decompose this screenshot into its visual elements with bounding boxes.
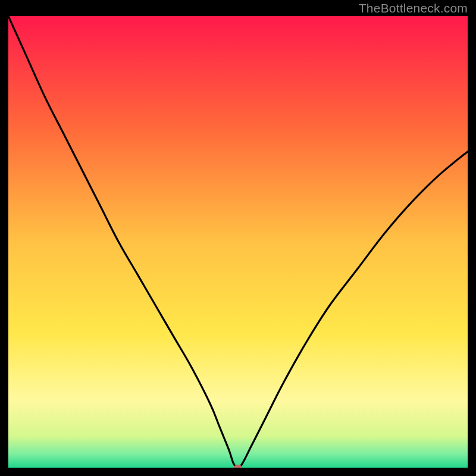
chart-plot — [8, 16, 468, 468]
chart-frame — [8, 16, 468, 468]
watermark-text: TheBottleneck.com — [359, 1, 468, 15]
gradient-background — [8, 16, 468, 468]
